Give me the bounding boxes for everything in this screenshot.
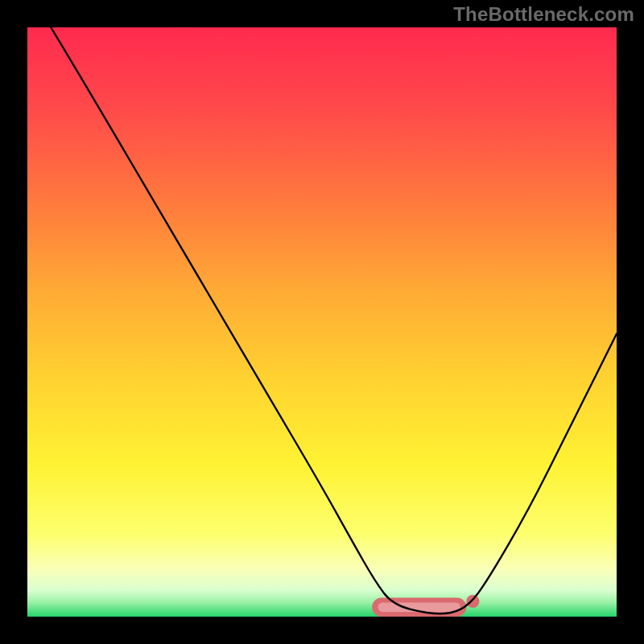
chart-svg	[27, 27, 617, 617]
watermark-label: TheBottleneck.com	[453, 3, 634, 26]
chart-frame: TheBottleneck.com	[0, 0, 644, 644]
plot-area	[27, 27, 617, 617]
end-dot	[466, 595, 479, 608]
bottleneck-curve	[51, 27, 617, 613]
